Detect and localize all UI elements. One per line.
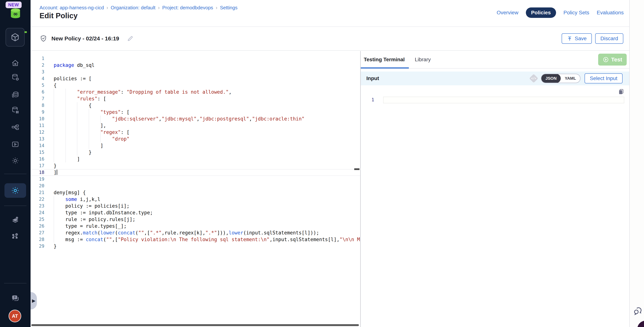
home-icon: [11, 59, 20, 67]
expression-icon[interactable]: </>: [529, 74, 538, 83]
editor-horizontal-scrollbar[interactable]: [31, 324, 359, 326]
code-line: 16 ]: [30, 156, 360, 162]
policy-name: New Policy - 02/24 - 16:19: [52, 35, 119, 42]
sidebar-item-environments[interactable]: [0, 215, 30, 224]
test-input-editor[interactable]: 1: [361, 85, 629, 160]
code-line: 29}: [30, 243, 360, 250]
database-gear-icon: [11, 73, 20, 82]
input-line-number: 1: [361, 97, 380, 103]
code-line: 4policies := [: [30, 75, 360, 82]
code-line: 26 type = rule.types[_];: [30, 223, 360, 229]
chat-bubbles-icon: [633, 306, 643, 316]
input-section-header: Input </> JSON YAML Select Input: [361, 71, 629, 85]
save-button[interactable]: Save: [562, 33, 592, 44]
layers-gear-icon: [11, 215, 20, 224]
code-line: 10 "jdbc:sqlserver","jdbc:mysql","jdbc:p…: [30, 115, 360, 122]
sidebar-item-db-settings[interactable]: [0, 73, 30, 82]
sidebar-item-executions[interactable]: [0, 140, 30, 149]
sidebar-item-databases[interactable]: [0, 90, 30, 99]
code-line: 9 "types": [: [30, 109, 360, 115]
input-current-line[interactable]: [383, 97, 624, 103]
code-line: 8 {: [30, 102, 360, 109]
code-line: 18]: [30, 169, 360, 176]
policy-toolbar: New Policy - 02/24 - 16:19 Save Discard: [30, 26, 629, 51]
code-line: 28 msg := concat("",["Policy violation:\…: [30, 236, 360, 243]
code-line: 21deny[msg] {: [30, 189, 360, 196]
code-line: 19: [30, 176, 360, 183]
select-input-button[interactable]: Select Input: [584, 73, 622, 83]
code-line: 25 rule := policy.rules[j];: [30, 216, 360, 223]
tab-testing-terminal[interactable]: Testing Terminal: [364, 57, 405, 62]
code-line: 24 type := input.dbInstance.type;: [30, 209, 360, 216]
breadcrumb-account-link[interactable]: Account: app-harness-ng-cicd: [40, 5, 104, 10]
database-stack-icon: [11, 90, 20, 99]
upload-icon: [567, 36, 572, 41]
code-line: 3: [30, 68, 360, 75]
code-line: 22 some i,j,k,l: [30, 196, 360, 203]
tab-policies[interactable]: Policies: [526, 7, 556, 18]
cube-icon: [10, 32, 20, 42]
format-json[interactable]: JSON: [541, 74, 561, 83]
sidebar-item-db-instances[interactable]: [0, 106, 30, 114]
sidebar-divider: [4, 174, 26, 174]
sidebar-divider: [4, 206, 26, 206]
discard-label: Discard: [600, 35, 618, 41]
chevron-right-icon: ▶: [32, 298, 36, 303]
code-line: 11 ],: [30, 122, 360, 129]
discard-button[interactable]: Discard: [595, 33, 623, 44]
page-title: Edit Policy: [40, 11, 78, 20]
testing-panel: Testing Terminal Library Test Input </> …: [360, 51, 629, 327]
play-box-icon: [11, 140, 20, 149]
user-avatar[interactable]: AT: [8, 310, 21, 322]
input-label: Input: [366, 75, 379, 81]
copy-button[interactable]: [618, 88, 624, 95]
format-toggle: JSON YAML: [541, 74, 580, 83]
overview-ruler-cursor-mark: [354, 168, 360, 170]
sidebar-item-help[interactable]: ?: [0, 294, 30, 303]
code-line: 14 ]: [30, 142, 360, 149]
sidebar-item-settings-active[interactable]: [4, 183, 26, 198]
breadcrumb-project-link[interactable]: Project: demodbdevops: [162, 5, 213, 10]
code-line: 5{: [30, 82, 360, 89]
sidebar-item-home[interactable]: [0, 59, 30, 67]
gear-icon: [11, 156, 20, 165]
tab-overview[interactable]: Overview: [496, 10, 518, 16]
tab-evaluations[interactable]: Evaluations: [597, 10, 624, 16]
flow-tree-icon: [11, 124, 20, 132]
support-chat-button[interactable]: [633, 306, 643, 316]
code-line: 17}: [30, 162, 360, 169]
code-line: 20: [30, 183, 360, 189]
text-cursor: [57, 170, 57, 175]
svg-text:?: ?: [14, 296, 16, 299]
tab-policy-sets[interactable]: Policy Sets: [564, 10, 590, 16]
tab-library[interactable]: Library: [415, 57, 431, 62]
sidebar-divider: [4, 283, 26, 284]
code-lines: 12package db_sql34policies := [5{6 "erro…: [30, 55, 360, 250]
save-label: Save: [575, 35, 586, 41]
code-line: 1: [30, 55, 360, 62]
sidebar-item-config[interactable]: [0, 156, 30, 165]
policy-code-editor[interactable]: 12package db_sql34policies := [5{6 "erro…: [30, 51, 360, 327]
breadcrumb-settings-link[interactable]: Settings: [220, 5, 238, 10]
code-line: 6 "error_message": "Dropping of table is…: [30, 89, 360, 95]
code-line: 15 }: [30, 149, 360, 156]
sidebar-item-infrastructure[interactable]: [0, 232, 30, 240]
format-yaml[interactable]: YAML: [561, 74, 580, 83]
top-nav-tabs: Overview Policies Policy Sets Evaluation…: [496, 7, 624, 18]
breadcrumb: Account: app-harness-ng-cicd › Organizat…: [40, 5, 238, 10]
module-selector[interactable]: [6, 28, 24, 46]
active-tab-underline: [361, 67, 409, 68]
harness-dbdevops-logo-icon[interactable]: ∞: [8, 7, 22, 20]
shield-check-icon: [40, 35, 47, 42]
code-line: 12 "regex": [: [30, 129, 360, 136]
sidebar-item-pipelines[interactable]: [0, 124, 30, 132]
edit-pencil-icon[interactable]: [127, 35, 134, 42]
code-line: 7 "rules": [: [30, 95, 360, 102]
test-button[interactable]: Test: [598, 54, 627, 65]
breadcrumb-organization-link[interactable]: Organization: default: [111, 5, 156, 10]
code-line: 23 policy := policies[i];: [30, 203, 360, 209]
breadcrumb-separator: ›: [216, 5, 218, 10]
play-circle-icon: [603, 56, 609, 63]
code-line: 27 regex.match(lower(concat("",[".*",rul…: [30, 229, 360, 236]
code-line: 2package db_sql: [30, 62, 360, 68]
